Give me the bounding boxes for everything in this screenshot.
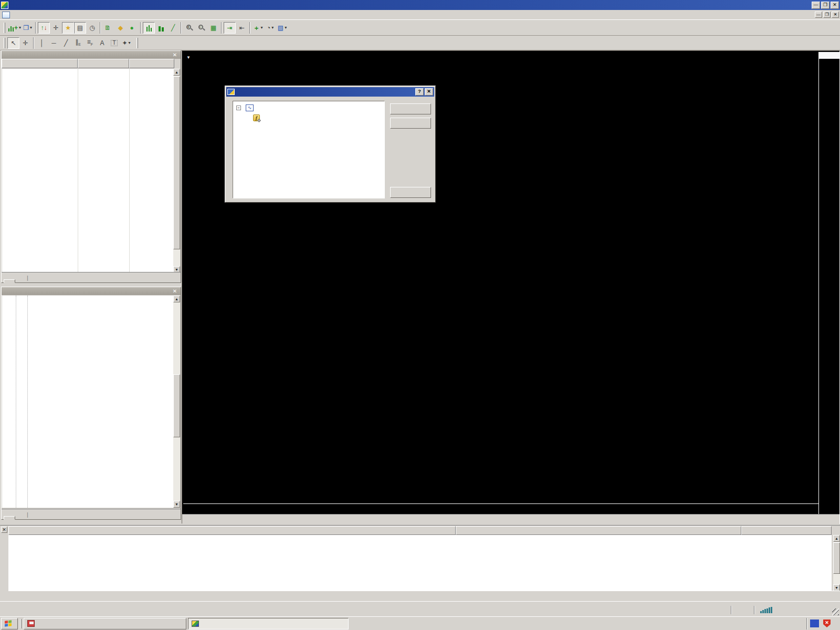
terminal-side-strip: ✕	[0, 526, 8, 602]
mdi-restore-button[interactable]: ❐	[823, 12, 831, 18]
navigator-tabs: |	[2, 509, 181, 519]
close-button[interactable]: ✕	[831, 2, 839, 9]
terminal-toggle-button[interactable]: ▤	[74, 22, 86, 34]
tile-windows-button[interactable]: ▦	[207, 22, 219, 34]
market-watch-scrollbar[interactable]: ▲ ▼	[173, 69, 180, 273]
scroll-down-icon[interactable]: ▼	[173, 501, 180, 508]
text-tool-button[interactable]: A	[96, 37, 108, 49]
strategy-tester-button[interactable]: ◷	[86, 22, 98, 34]
autotrading-button[interactable]: ●	[127, 22, 139, 34]
minimize-button[interactable]: —	[812, 2, 820, 9]
application-window: — ❐ ✕ — ❐ ✕ +▾ ❐▾ ↑↓ ✛ ★ ▤ ◷ 🗎 ◆ ● ╱ +	[0, 0, 840, 630]
dialog-indicator-list[interactable]: − ∿ f	[233, 101, 385, 198]
scroll-up-icon[interactable]: ▲	[173, 69, 180, 76]
market-watch-close-icon[interactable]: ✕	[171, 52, 178, 58]
column-symbol[interactable]	[2, 59, 78, 68]
tab-favorites[interactable]	[15, 517, 26, 519]
terminal-scrollbar[interactable]: ▲ ▼	[833, 535, 840, 591]
column-bid[interactable]	[78, 59, 129, 68]
chart-shift-button[interactable]: ⇤	[236, 22, 248, 34]
column-headline[interactable]	[8, 526, 456, 535]
mdi-close-button[interactable]: ✕	[832, 12, 839, 18]
column-ask[interactable]	[129, 59, 174, 68]
cursor-tool-button[interactable]: ↖	[7, 37, 19, 49]
system-tray: ✕	[806, 618, 839, 629]
scrollbar-thumb[interactable]	[173, 374, 180, 437]
price-axis[interactable]	[818, 52, 839, 514]
column-from[interactable]	[456, 526, 741, 535]
profiles-button[interactable]: ❐▾	[22, 22, 34, 34]
chart-tabs-bar	[182, 514, 839, 524]
channel-tool-button[interactable]: ∥E	[72, 37, 84, 49]
mdi-minimize-button[interactable]: —	[815, 12, 822, 18]
dialog-title-bar[interactable]: ? ✕	[226, 87, 434, 97]
restore-button[interactable]: ❐	[821, 2, 830, 9]
language-indicator[interactable]	[810, 620, 819, 627]
market-watch-rows	[2, 69, 174, 273]
arrows-tool-button[interactable]: ✦▾	[120, 37, 132, 49]
menu-bar: — ❐ ✕	[0, 10, 840, 20]
new-chart-button[interactable]: +▾	[7, 22, 22, 34]
templates-button[interactable]: ▧▾	[276, 22, 288, 34]
text-label-tool-button[interactable]: T	[108, 37, 120, 49]
dialog-close-icon[interactable]: ✕	[425, 88, 433, 96]
indicators-dialog: ? ✕ − ∿ f	[225, 86, 436, 203]
windows-logo-icon	[5, 620, 12, 627]
start-button[interactable]	[1, 618, 18, 629]
navigator-close-icon[interactable]: ✕	[171, 288, 178, 294]
taskbar-button-ifcmarkets[interactable]	[188, 618, 349, 629]
close-button[interactable]	[390, 187, 431, 198]
fibonacci-tool-button[interactable]: ≡F	[84, 37, 96, 49]
horizontal-line-tool-button[interactable]: ─	[48, 37, 60, 49]
chart-line-button[interactable]: ╱	[167, 22, 179, 34]
tab-tick-chart[interactable]	[15, 280, 26, 282]
scrollbar-thumb[interactable]	[833, 542, 840, 574]
chart-ohlc-label: ▼	[186, 54, 197, 60]
mt4-icon	[192, 621, 199, 627]
toolbar-grip-2[interactable]	[4, 38, 5, 48]
zoom-in-button[interactable]: +	[183, 22, 195, 34]
timeframe-toolbar-grip[interactable]	[136, 38, 138, 48]
data-window-button[interactable]: ✛	[50, 22, 62, 34]
scroll-up-icon[interactable]: ▲	[833, 535, 840, 542]
navigator-toggle-button[interactable]: ★	[62, 22, 74, 34]
tree-item-main-chart[interactable]: − ∿	[233, 103, 384, 113]
chart-system-menu-icon[interactable]	[2, 12, 10, 18]
tree-item-marketmap[interactable]: f	[233, 113, 384, 123]
trendline-tool-button[interactable]: ╱	[60, 37, 72, 49]
toolbar-grip[interactable]	[4, 23, 5, 33]
time-axis[interactable]	[183, 503, 818, 514]
indicators-button[interactable]: ＋▾	[252, 22, 264, 34]
chart-candles-button[interactable]	[155, 22, 167, 34]
auto-scroll-button[interactable]: ⇥	[224, 22, 236, 34]
navigator-title-bar: ✕	[2, 287, 181, 295]
metaeditor-button[interactable]: ◆	[114, 22, 127, 34]
market-watch-panel: ✕ ▲ ▼ |	[1, 50, 181, 283]
zoom-out-button[interactable]: −	[195, 22, 207, 34]
chart-dropdown-icon[interactable]: ▼	[186, 55, 191, 60]
vertical-line-tool-button[interactable]: │	[36, 37, 48, 49]
collapse-icon[interactable]: −	[236, 106, 241, 110]
market-watch-toggle-button[interactable]: ↑↓	[38, 22, 50, 34]
crosshair-tool-button[interactable]: ✛	[19, 37, 32, 49]
traffic-indicator	[760, 607, 775, 613]
resize-grip[interactable]	[832, 608, 839, 615]
terminal-header	[8, 526, 832, 535]
dialog-help-icon[interactable]: ?	[415, 88, 424, 96]
new-order-button[interactable]: 🗎	[102, 22, 114, 34]
edit-button[interactable]	[390, 103, 431, 114]
chart-bars-button[interactable]	[143, 22, 155, 34]
security-shield-icon[interactable]: ✕	[823, 620, 831, 627]
tab-common[interactable]	[4, 516, 15, 520]
scrollbar-thumb[interactable]	[173, 76, 180, 249]
column-time[interactable]	[741, 526, 832, 535]
delete-button[interactable]	[390, 118, 431, 129]
terminal-tabs	[8, 591, 840, 601]
scroll-up-icon[interactable]: ▲	[173, 296, 180, 302]
taskbar-button-total-commander[interactable]	[24, 618, 186, 629]
navigator-scrollbar[interactable]: ▲ ▼	[173, 296, 180, 508]
terminal-close-icon[interactable]: ✕	[1, 527, 7, 533]
tab-symbols[interactable]	[4, 279, 15, 283]
periods-button[interactable]: ◔▾	[264, 22, 276, 34]
indicator-icon: f	[253, 114, 260, 121]
